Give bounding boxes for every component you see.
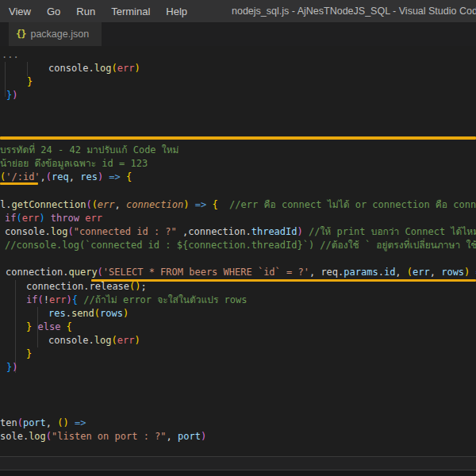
code-token: , (177, 226, 188, 237)
code-line[interactable]: }) (6, 89, 17, 102)
json-braces-icon: {} (16, 29, 25, 40)
code-token (189, 199, 194, 210)
code-token: ( (94, 308, 100, 319)
code-token: throw (51, 213, 79, 224)
code-token: => (109, 171, 120, 182)
code-token: err (98, 199, 115, 210)
code-token: ! (44, 294, 49, 305)
code-token: ) (298, 226, 303, 237)
code-token: { (126, 171, 132, 182)
code-token: else (37, 321, 60, 332)
code-token: , (115, 199, 126, 210)
code-line[interactable]: console.log(err) (48, 334, 140, 347)
code-token: send (71, 308, 94, 319)
code-token: ) (39, 213, 44, 224)
code-line[interactable]: sole.log("listen on port : ?", port) (0, 430, 206, 443)
code-token: err (117, 335, 135, 346)
menubar: ViewGoRunTerminalHelp (0, 6, 203, 17)
code-token: ( (46, 431, 52, 442)
folded-code-ellipsis[interactable]: ... (2, 49, 19, 60)
code-token: err (117, 63, 135, 74)
code-line[interactable]: connection.release(); (26, 280, 147, 294)
code-line[interactable]: res.send(rows) (48, 307, 129, 321)
tab-label: package.json (30, 29, 89, 40)
code-token: } (27, 76, 33, 87)
code-token: , (309, 267, 321, 278)
code-token: ) (12, 362, 17, 373)
code-line[interactable]: console.log(err) (48, 62, 140, 75)
code-token: log (29, 431, 46, 442)
code-token: res (48, 308, 66, 319)
code-token (45, 213, 51, 224)
code-token: { (212, 199, 217, 210)
indent-guide (27, 62, 28, 76)
tab-package-json[interactable]: {} package.json (9, 22, 102, 46)
menu-item-help[interactable]: Help (166, 6, 195, 17)
code-token: , (40, 171, 46, 182)
code-token: . (66, 308, 71, 319)
code-token: => (75, 417, 86, 428)
code-token: log (51, 226, 68, 237)
code-line[interactable]: if(err) throw err (5, 212, 102, 225)
code-token: ) (134, 335, 140, 346)
code-token: threadId (251, 226, 298, 237)
code-token: . (245, 226, 251, 237)
code-token: ( (37, 294, 43, 305)
code-token: ) (63, 417, 69, 428)
code-line[interactable]: } else { (26, 321, 72, 334)
code-token (60, 321, 66, 332)
code-token: err (22, 213, 40, 224)
menu-item-terminal[interactable]: Terminal (111, 6, 158, 17)
code-token: connection (6, 267, 63, 278)
code-token: res (80, 171, 98, 182)
code-token: console (48, 335, 89, 346)
code-token: , (46, 417, 57, 428)
code-token (121, 171, 126, 182)
menu-item-go[interactable]: Go (47, 6, 68, 17)
code-token: //ถ้าไม่ error จะใส่ในตัวแปร rows (83, 294, 247, 305)
code-token: id (384, 267, 395, 278)
code-token: ( (86, 199, 91, 210)
code-token: getConnection (11, 199, 86, 210)
code-line[interactable]: } (26, 347, 32, 361)
indent-guide (5, 62, 6, 97)
code-token: connection (188, 226, 245, 237)
code-token: ( (112, 63, 117, 74)
code-token: ) (123, 308, 129, 319)
code-token: , (69, 171, 80, 182)
yellow-highlight-line (0, 136, 476, 140)
yellow-highlight-line (0, 182, 38, 185)
code-line[interactable]: } (27, 75, 33, 89)
code-token (218, 199, 229, 210)
code-token: ( (98, 267, 103, 278)
code-token: //console.log(`connected id : ${connecti… (5, 240, 476, 251)
code-token: //ให้ print บอกว่า Connect ได้ไหม (309, 226, 476, 237)
code-token: log (94, 335, 112, 346)
code-token: { (72, 294, 78, 305)
code-token: 'SELECT * FROM beers WHERE `id` = ?' (103, 267, 309, 278)
code-token: ( (68, 226, 74, 237)
code-line[interactable]: l.getConnection((err, connection) => { /… (0, 198, 476, 212)
code-token: err (49, 294, 67, 305)
code-line[interactable]: connection.query('SELECT * FROM beers WH… (6, 266, 476, 279)
code-token (303, 226, 309, 237)
code-line[interactable]: น้าย่อย ดึงข้อมูลเฉพาะ id = 123 (0, 157, 148, 171)
code-line[interactable]: console.log("connected id : ?" ,connecti… (5, 225, 476, 239)
code-token: } (26, 348, 32, 359)
code-token: rows (441, 267, 464, 278)
code-token: connection (126, 199, 183, 210)
code-token: ( (16, 213, 21, 224)
code-line[interactable]: ten(port, () => (0, 416, 86, 430)
menu-item-run[interactable]: Run (76, 6, 103, 17)
code-line[interactable]: บรรทัดที่ 24 - 42 มาปรับแก้ Code ใหม่ (0, 144, 179, 157)
code-token: ( (112, 335, 117, 346)
code-token: if (5, 213, 16, 224)
panel-band (0, 457, 476, 470)
code-token: port (178, 431, 201, 442)
code-token: port (23, 417, 46, 428)
menu-item-view[interactable]: View (9, 6, 39, 17)
code-line[interactable]: if(!err){ //ถ้าไม่ error จะใส่ในตัวแปร r… (26, 294, 247, 307)
code-token: if (26, 294, 37, 305)
code-line[interactable]: }) (6, 361, 17, 374)
code-line[interactable]: //console.log(`connected id : ${connecti… (5, 239, 476, 252)
